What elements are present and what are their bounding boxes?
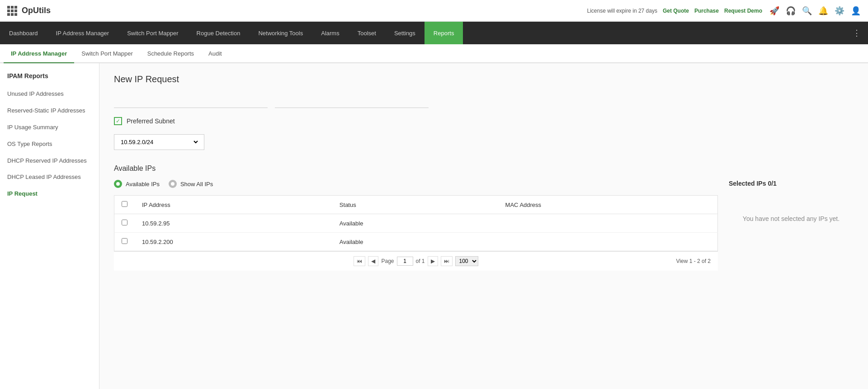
- nav-item-reports[interactable]: Reports: [425, 22, 463, 44]
- sidebar-title: IPAM Reports: [0, 72, 99, 86]
- sub-nav-schedule-reports[interactable]: Schedule Reports: [140, 44, 201, 63]
- nav-item-ip-address-manager[interactable]: IP Address Manager: [47, 22, 118, 44]
- first-page-button[interactable]: ⏮: [354, 256, 365, 266]
- available-ips-title: Available IPs: [114, 164, 854, 173]
- view-info: View 1 - 2 of 2: [676, 258, 711, 264]
- sub-nav-ip-address-manager[interactable]: IP Address Manager: [4, 44, 74, 63]
- radio-show-all-icon: [169, 180, 177, 188]
- filter-show-all-ips[interactable]: Show All IPs: [169, 180, 213, 188]
- rocket-icon[interactable]: 🚀: [769, 6, 779, 16]
- subnet-select-container: 10.59.2.0/24: [114, 134, 204, 150]
- nav-more-button[interactable]: ⋮: [845, 22, 868, 44]
- row-2-ip: 10.59.2.200: [135, 233, 332, 251]
- sidebar-item-dhcp-reserved[interactable]: DHCP Reserved IP Addresses: [0, 153, 99, 169]
- app-name: OpUtils: [22, 6, 51, 15]
- sidebar-item-os-type-reports[interactable]: OS Type Reports: [0, 136, 99, 153]
- sidebar-item-unused-ip[interactable]: Unused IP Addresses: [0, 86, 99, 103]
- row-1-checkbox-cell: [114, 214, 135, 233]
- topbar-right: License will expire in 27 days Get Quote…: [587, 6, 861, 16]
- ip-table-header-row: IP Address Status MAC Address: [114, 196, 718, 214]
- grid-icon[interactable]: [7, 6, 17, 16]
- user-icon[interactable]: 👤: [851, 6, 861, 16]
- filter-available-ips[interactable]: Available IPs: [114, 180, 160, 188]
- preferred-subnet-checkbox[interactable]: ✓: [114, 117, 122, 125]
- form-field-2: [275, 95, 429, 108]
- ip-table-body: 10.59.2.95 Available 10.59.2.200 Availab…: [114, 214, 718, 251]
- th-status: Status: [332, 196, 498, 214]
- th-ip-address: IP Address: [135, 196, 332, 214]
- topbar-left: OpUtils: [7, 6, 51, 16]
- row-2-checkbox[interactable]: [122, 238, 127, 244]
- nav-item-networking-tools[interactable]: Networking Tools: [249, 22, 312, 44]
- subnet-select[interactable]: 10.59.2.0/24: [119, 138, 199, 146]
- subnet-dropdown-row: 10.59.2.0/24: [114, 134, 854, 150]
- row-1-checkbox[interactable]: [122, 220, 127, 225]
- topbar: OpUtils License will expire in 27 days G…: [0, 0, 868, 22]
- page-label: Page: [381, 258, 394, 264]
- main-content: New IP Request ✓ Preferred Subnet 10.59.…: [99, 63, 868, 389]
- nav-item-toolset[interactable]: Toolset: [349, 22, 385, 44]
- radio-available-icon: [114, 180, 122, 188]
- row-1-status: Available: [332, 214, 498, 233]
- sidebar-item-dhcp-leased[interactable]: DHCP Leased IP Addresses: [0, 169, 99, 186]
- sidebar: IPAM Reports Unused IP Addresses Reserve…: [0, 63, 99, 389]
- select-all-checkbox[interactable]: [122, 201, 127, 207]
- search-icon[interactable]: 🔍: [802, 6, 812, 16]
- sub-nav: IP Address Manager Switch Port Mapper Sc…: [0, 44, 868, 63]
- layout: IPAM Reports Unused IP Addresses Reserve…: [0, 63, 868, 389]
- input-field-1[interactable]: [114, 95, 268, 108]
- content-area: Available IPs Show All IPs IP: [114, 180, 854, 271]
- next-page-button[interactable]: ▶: [428, 256, 438, 266]
- sidebar-item-reserved-static[interactable]: Reserved-Static IP Addresses: [0, 103, 99, 119]
- bell-icon[interactable]: 🔔: [818, 6, 828, 16]
- row-2-status: Available: [332, 233, 498, 251]
- page-input[interactable]: [397, 257, 413, 266]
- ip-table: IP Address Status MAC Address 10.59.2.95…: [114, 195, 718, 251]
- row-2-mac: [498, 233, 718, 251]
- row-1-mac: [498, 214, 718, 233]
- purchase-link[interactable]: Purchase: [694, 8, 719, 14]
- preferred-subnet-label: Preferred Subnet: [127, 117, 175, 125]
- last-page-button[interactable]: ⏭: [441, 256, 453, 266]
- nav-item-settings[interactable]: Settings: [385, 22, 425, 44]
- gear-icon[interactable]: ⚙️: [835, 6, 844, 16]
- form-row: [114, 95, 854, 108]
- sub-nav-switch-port-mapper[interactable]: Switch Port Mapper: [74, 44, 140, 63]
- th-select-all: [114, 196, 135, 214]
- filter-available-label: Available IPs: [126, 181, 160, 187]
- sub-nav-audit[interactable]: Audit: [201, 44, 229, 63]
- input-field-2[interactable]: [275, 95, 429, 108]
- nav-item-alarms[interactable]: Alarms: [312, 22, 348, 44]
- sidebar-item-ip-request[interactable]: IP Request: [0, 186, 99, 202]
- selected-panel: Selected IPs 0/1 You have not selected a…: [718, 180, 854, 271]
- sidebar-item-ip-usage-summary[interactable]: IP Usage Summary: [0, 119, 99, 136]
- preferred-subnet-row: ✓ Preferred Subnet: [114, 117, 854, 125]
- page-of: of 1: [416, 258, 425, 264]
- selected-panel-empty: You have not selected any IPs yet.: [729, 214, 854, 224]
- topbar-icons: 🚀 🎧 🔍 🔔 ⚙️ 👤: [769, 6, 861, 16]
- page-title: New IP Request: [114, 74, 854, 84]
- license-info: License will expire in 27 days Get Quote…: [587, 8, 763, 14]
- ip-table-head: IP Address Status MAC Address: [114, 196, 718, 214]
- headset-icon[interactable]: 🎧: [786, 6, 796, 16]
- th-mac-address: MAC Address: [498, 196, 718, 214]
- filter-show-all-label: Show All IPs: [180, 181, 213, 187]
- get-quote-link[interactable]: Get Quote: [663, 8, 689, 14]
- form-field-1: [114, 95, 268, 108]
- nav-item-rogue-detection[interactable]: Rogue Detection: [188, 22, 250, 44]
- table-area: Available IPs Show All IPs IP: [114, 180, 718, 271]
- nav-item-switch-port-mapper[interactable]: Switch Port Mapper: [118, 22, 187, 44]
- main-nav: Dashboard IP Address Manager Switch Port…: [0, 22, 868, 44]
- per-page-select[interactable]: 100 50 25: [455, 256, 478, 266]
- selected-panel-title: Selected IPs 0/1: [729, 180, 854, 187]
- pagination-row: ⏮ ◀ Page of 1 ▶ ⏭ 100 50 25 View 1 - 2 o…: [114, 251, 718, 271]
- prev-page-button[interactable]: ◀: [368, 256, 378, 266]
- request-demo-link[interactable]: Request Demo: [724, 8, 762, 14]
- nav-item-dashboard[interactable]: Dashboard: [0, 22, 47, 44]
- row-2-checkbox-cell: [114, 233, 135, 251]
- filter-row: Available IPs Show All IPs: [114, 180, 718, 188]
- table-row: 10.59.2.200 Available: [114, 233, 718, 251]
- table-row: 10.59.2.95 Available: [114, 214, 718, 233]
- license-text: License will expire in 27 days: [587, 8, 657, 14]
- row-1-ip: 10.59.2.95: [135, 214, 332, 233]
